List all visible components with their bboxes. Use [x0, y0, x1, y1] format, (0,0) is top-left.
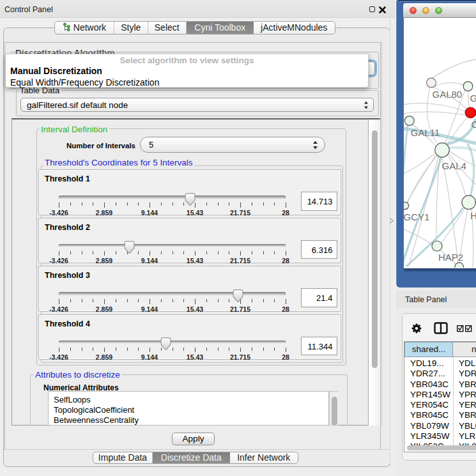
svg-text:H: H: [470, 210, 476, 221]
svg-text:C: C: [472, 119, 476, 130]
svg-text:GA: GA: [470, 93, 476, 104]
svg-text:GAL4: GAL4: [442, 160, 466, 171]
svg-text:GAL80: GAL80: [433, 89, 463, 100]
svg-text:HAP2: HAP2: [438, 252, 463, 263]
svg-text:GCY1: GCY1: [404, 211, 429, 222]
svg-text:GAL11: GAL11: [411, 127, 440, 138]
